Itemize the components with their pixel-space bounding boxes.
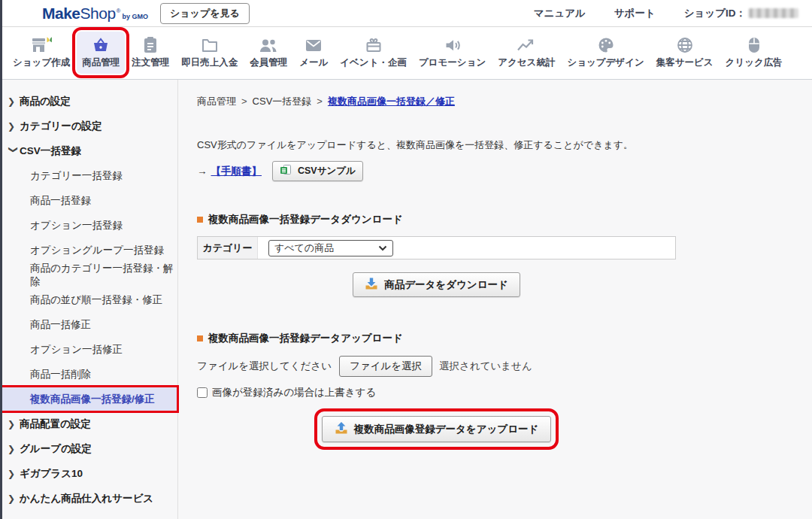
breadcrumb-link[interactable]: CSV一括登録 <box>253 96 312 107</box>
chevron-right-icon: ❯ <box>8 419 20 429</box>
nav-item-globe[interactable]: 集客サービス <box>651 32 719 74</box>
sidebar-item-label: オプショングループ一括登録 <box>30 244 164 257</box>
basket-icon <box>92 35 110 54</box>
sidebar-item[interactable]: オプション一括登録 <box>0 213 177 238</box>
breadcrumb-link[interactable]: 商品管理 <box>197 96 236 107</box>
category-filter-table: カテゴリー すべての商品 <box>197 236 676 260</box>
sidebar-item[interactable]: ❯グループの設定 <box>0 436 177 461</box>
logo-text: Make <box>42 5 80 23</box>
chevron-down-icon: ❯ <box>8 146 19 158</box>
nav-item-label: ショップ作成 <box>13 56 70 69</box>
csv-file-icon <box>280 164 292 178</box>
sidebar-item[interactable]: オプション一括修正 <box>0 337 177 362</box>
speaker-icon <box>444 35 462 54</box>
view-shop-button[interactable]: ショップを見る <box>160 3 250 24</box>
window-left-edge <box>0 0 2 519</box>
breadcrumb: 商品管理>CSV一括登録>複数商品画像一括登録／修正 <box>197 95 812 108</box>
category-select-value: すべての商品 <box>274 241 334 255</box>
sidebar-item[interactable]: ❯ギガプラス10 <box>0 461 177 486</box>
shop-id: ショップID： <box>684 7 798 20</box>
nav-item-label: 商品管理 <box>82 56 120 69</box>
main-content: 商品管理>CSV一括登録>複数商品画像一括登録／修正 CSV形式のファイルをアッ… <box>178 80 812 519</box>
nav-item-label: ショップデザイン <box>567 56 644 69</box>
nav-item-gift[interactable]: イベント・企画 <box>335 32 412 74</box>
sidebar-item-label: 商品一括修正 <box>30 318 91 332</box>
shop-id-label: ショップID： <box>684 7 746 20</box>
nav-item-label: 注文管理 <box>132 56 169 69</box>
chevron-right-icon: ❯ <box>8 444 20 454</box>
chevron-down-icon <box>378 242 387 253</box>
users-icon <box>259 35 278 54</box>
sidebar: ❯商品の設定❯カテゴリーの設定❯CSV一括登録カテゴリー一括登録商品一括登録オプ… <box>0 80 178 519</box>
chevron-right-icon: ❯ <box>8 96 20 107</box>
support-link[interactable]: サポート <box>614 7 656 20</box>
sidebar-item[interactable]: カテゴリー一括登録 <box>0 163 177 188</box>
nav-item-basket[interactable]: 商品管理 <box>77 32 125 74</box>
storefront-icon <box>31 35 53 54</box>
nav-item-folder[interactable]: 即日売上入金 <box>176 32 243 74</box>
choose-file-button[interactable]: ファイルを選択 <box>339 356 432 377</box>
sidebar-item[interactable]: ❯商品配置の設定 <box>0 411 177 436</box>
header-links: マニュアル サポート ショップID： <box>534 7 798 20</box>
manual-doc-link[interactable]: 【手順書】 <box>211 165 262 178</box>
sidebar-item[interactable]: 商品一括削除 <box>0 362 177 387</box>
nav-item-palette[interactable]: ショップデザイン <box>562 32 649 74</box>
shop-id-value-redacted <box>749 8 798 18</box>
sidebar-item-label: ギガプラス10 <box>20 467 83 481</box>
sidebar-item[interactable]: オプショングループ一括登録 <box>0 238 177 263</box>
sidebar-item[interactable]: ❯かんたん商品仕入れサービス <box>0 486 177 511</box>
nav-item-label: クリック広告 <box>726 56 783 69</box>
gift-icon <box>365 35 383 54</box>
sidebar-item[interactable]: ❯商品の設定 <box>0 89 177 114</box>
sidebar-item[interactable]: 商品一括修正 <box>0 312 177 337</box>
section-bullet-icon <box>197 217 203 223</box>
nav-item-storefront[interactable]: ショップ作成 <box>8 32 75 74</box>
sidebar-item[interactable]: 商品のカテゴリー一括登録・解除 <box>0 263 177 287</box>
nav-item-label: 集客サービス <box>656 56 714 69</box>
nav-item-trend[interactable]: アクセス統計 <box>492 32 560 74</box>
nav-item-speaker[interactable]: プロモーション <box>414 32 491 74</box>
sidebar-item-label: オプション一括登録 <box>30 219 123 232</box>
trend-icon <box>517 35 536 54</box>
nav-item-label: プロモーション <box>419 56 486 69</box>
nav-item-label: アクセス統計 <box>498 56 555 69</box>
nav-item-mail[interactable]: メール <box>294 32 333 74</box>
csv-sample-button[interactable]: CSVサンプル <box>272 161 363 181</box>
sidebar-item[interactable]: 商品の並び順一括登録・修正 <box>0 287 177 312</box>
sidebar-item-label: 商品一括削除 <box>30 368 91 381</box>
manual-nav-link[interactable]: マニュアル <box>534 7 586 20</box>
upload-section-title: 複数商品画像一括登録データアップロード <box>197 332 812 345</box>
breadcrumb-separator: > <box>241 96 247 107</box>
intro-text: CSV形式のファイルをアップロードすると、複数商品画像を一括登録、修正することが… <box>197 138 812 152</box>
sidebar-item-label: 商品の設定 <box>20 95 71 108</box>
globe-icon <box>676 35 694 54</box>
sidebar-item-label: 複数商品画像一括登録/修正 <box>30 393 155 406</box>
sidebar-item-label: 商品一括登録 <box>30 194 91 208</box>
nav-item-mouse[interactable]: クリック広告 <box>720 32 788 74</box>
category-select[interactable]: すべての商品 <box>268 240 393 256</box>
sidebar-item-label: かんたん商品仕入れサービス <box>20 492 153 505</box>
breadcrumb-separator: > <box>317 96 323 107</box>
sidebar-item-label: 商品のカテゴリー一括登録・解除 <box>30 262 177 289</box>
download-product-data-button[interactable]: 商品データをダウンロード <box>353 272 520 297</box>
breadcrumb-current: 複数商品画像一括登録／修正 <box>328 96 455 107</box>
sidebar-item[interactable]: 複数商品画像一括登録/修正 <box>0 387 177 411</box>
nav-item-clipboard[interactable]: 注文管理 <box>126 32 174 74</box>
upload-button[interactable]: 複数商品画像登録データをアップロード <box>322 416 552 442</box>
nav-item-label: メール <box>299 56 328 69</box>
sidebar-item[interactable]: ❯CSV一括登録 <box>0 138 177 163</box>
chevron-right-icon: ❯ <box>8 469 20 479</box>
overwrite-option[interactable]: 画像が登録済みの場合は上書きする <box>197 386 812 399</box>
sidebar-item[interactable]: 商品一括登録 <box>0 188 177 213</box>
sidebar-item-label: CSV一括登録 <box>20 144 81 158</box>
sidebar-item-label: グループの設定 <box>20 442 92 456</box>
section-bullet-icon <box>197 335 203 341</box>
chevron-right-icon: ❯ <box>8 493 20 504</box>
sidebar-item-label: カテゴリー一括登録 <box>30 169 123 183</box>
makeshop-logo[interactable]: MakeShop®by GMO <box>42 5 148 23</box>
global-nav: ショップ作成商品管理注文管理即日売上入金会員管理メールイベント・企画プロモーショ… <box>0 27 812 80</box>
nav-item-users[interactable]: 会員管理 <box>244 32 292 74</box>
file-select-row: ファイルを選択してください ファイルを選択 選択されていません <box>197 356 812 377</box>
sidebar-item[interactable]: ❯カテゴリーの設定 <box>0 114 177 138</box>
overwrite-checkbox[interactable] <box>197 387 208 398</box>
